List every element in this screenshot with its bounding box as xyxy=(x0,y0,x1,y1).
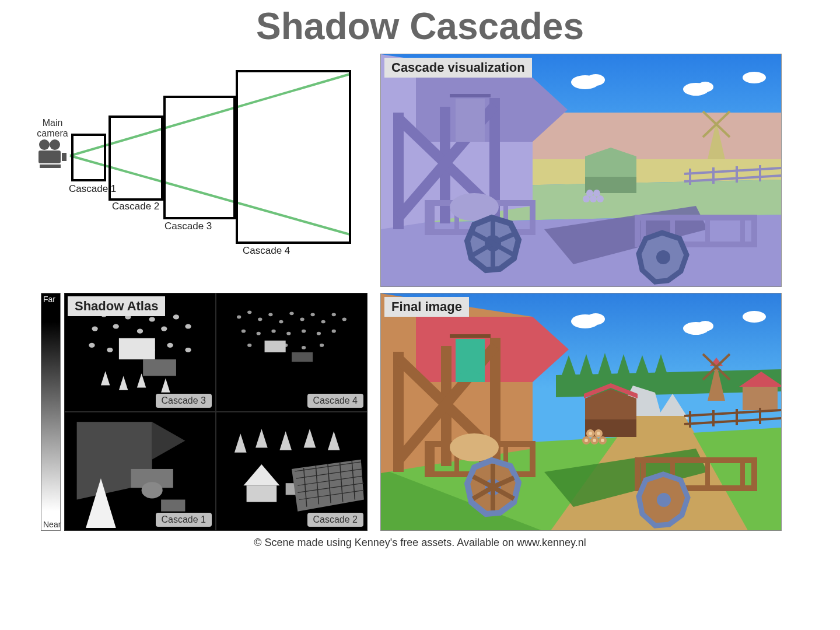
svg-point-2 xyxy=(39,139,50,150)
svg-point-111 xyxy=(142,482,163,498)
atlas-tag-cascade-4: Cascade 4 xyxy=(307,394,364,408)
svg-point-68 xyxy=(185,324,191,329)
svg-rect-182 xyxy=(450,334,491,338)
svg-point-22 xyxy=(593,190,600,197)
svg-point-169 xyxy=(593,439,596,442)
svg-point-21 xyxy=(586,190,593,197)
svg-point-10 xyxy=(743,72,766,83)
atlas-cell-cascade-1: Cascade 1 xyxy=(64,412,216,531)
svg-point-67 xyxy=(173,314,179,319)
svg-point-84 xyxy=(258,318,262,321)
final-image-scene xyxy=(381,293,782,531)
svg-point-93 xyxy=(242,330,246,333)
final-image-panel: Final image xyxy=(380,293,782,531)
svg-point-86 xyxy=(279,320,283,324)
svg-point-7 xyxy=(586,74,605,86)
shed-icon xyxy=(584,383,638,437)
svg-point-103 xyxy=(302,346,306,349)
cascade-visualization-label: Cascade visualization xyxy=(384,58,532,78)
atlas-tag-cascade-1: Cascade 1 xyxy=(156,513,212,527)
svg-marker-140 xyxy=(562,355,576,375)
cascade-rect-2 xyxy=(110,117,162,200)
credit-text: © Scene made using Kenney's free assets.… xyxy=(254,537,586,548)
cascade-visualization-scene xyxy=(381,54,782,287)
page-title: Shadow Cascades xyxy=(47,5,793,48)
svg-point-99 xyxy=(332,330,336,333)
svg-point-66 xyxy=(161,327,167,331)
svg-rect-1 xyxy=(62,153,66,161)
svg-point-188 xyxy=(450,433,499,461)
legend-near-label: Near xyxy=(43,520,61,529)
svg-point-82 xyxy=(237,316,241,319)
svg-line-204 xyxy=(684,410,782,416)
cascade-2-label: Cascade 2 xyxy=(112,201,159,212)
svg-marker-143 xyxy=(617,354,631,376)
svg-point-203 xyxy=(657,493,671,507)
windmill-icon xyxy=(703,354,730,401)
frustum-top-line xyxy=(70,74,350,156)
svg-point-18 xyxy=(583,195,590,202)
svg-point-96 xyxy=(286,332,290,335)
credit-line: © Scene made using Kenney's free assets.… xyxy=(47,537,793,549)
svg-point-138 xyxy=(743,311,766,323)
camera-icon xyxy=(38,139,66,168)
svg-point-85 xyxy=(268,313,272,317)
shadow-atlas-panel: Far Near xyxy=(41,293,368,531)
svg-point-88 xyxy=(300,318,304,321)
atlas-tag-cascade-2: Cascade 2 xyxy=(307,513,364,527)
svg-point-89 xyxy=(311,313,315,317)
shed-icon xyxy=(585,148,636,193)
svg-point-100 xyxy=(247,344,251,347)
svg-marker-142 xyxy=(598,353,612,375)
svg-rect-106 xyxy=(292,352,313,362)
svg-point-69 xyxy=(89,343,94,348)
svg-point-60 xyxy=(92,327,97,331)
svg-rect-105 xyxy=(265,341,286,352)
svg-point-98 xyxy=(317,332,321,335)
svg-point-74 xyxy=(185,348,191,352)
svg-point-171 xyxy=(589,432,592,435)
svg-point-137 xyxy=(697,321,713,331)
svg-marker-144 xyxy=(635,355,649,375)
svg-point-90 xyxy=(321,320,326,324)
svg-point-135 xyxy=(586,313,605,325)
frustum-svg xyxy=(35,54,368,287)
svg-rect-121 xyxy=(247,485,277,502)
svg-point-9 xyxy=(697,82,713,92)
cascade-3-label: Cascade 3 xyxy=(164,220,212,232)
final-image-label: Final image xyxy=(384,297,469,317)
svg-point-94 xyxy=(257,332,261,335)
svg-marker-145 xyxy=(654,354,668,376)
svg-point-97 xyxy=(302,330,306,333)
svg-rect-75 xyxy=(119,338,155,359)
svg-rect-76 xyxy=(143,359,176,376)
svg-point-172 xyxy=(597,432,600,435)
cascade-visualization-panel: Cascade visualization xyxy=(380,54,782,287)
svg-point-20 xyxy=(597,195,604,202)
shadow-atlas-label: Shadow Atlas xyxy=(68,296,165,316)
cascade-rect-4 xyxy=(237,71,350,243)
svg-point-70 xyxy=(107,348,113,352)
cascade-1-label: Cascade 1 xyxy=(69,183,116,195)
svg-rect-158 xyxy=(743,387,778,410)
atlas-cell-cascade-4: Cascade 4 xyxy=(216,293,368,412)
svg-rect-113 xyxy=(161,499,185,511)
svg-point-91 xyxy=(332,313,336,317)
svg-point-95 xyxy=(271,330,275,333)
svg-point-19 xyxy=(590,195,597,202)
svg-point-83 xyxy=(247,310,251,314)
svg-point-64 xyxy=(137,329,143,334)
cascade-4-label: Cascade 4 xyxy=(243,245,290,257)
svg-point-3 xyxy=(50,139,60,150)
depth-legend: Far Near xyxy=(41,293,61,531)
atlas-cell-cascade-2: Cascade 2 xyxy=(216,412,368,531)
frustum-diagram: Main camera Cascade 1 xyxy=(41,54,368,287)
svg-point-65 xyxy=(149,317,155,321)
svg-rect-0 xyxy=(38,150,61,163)
legend-far-label: Far xyxy=(43,295,55,304)
svg-point-170 xyxy=(601,439,604,442)
svg-point-92 xyxy=(342,318,346,321)
svg-point-168 xyxy=(584,439,588,442)
svg-rect-17 xyxy=(585,177,636,193)
svg-rect-4 xyxy=(40,164,61,168)
